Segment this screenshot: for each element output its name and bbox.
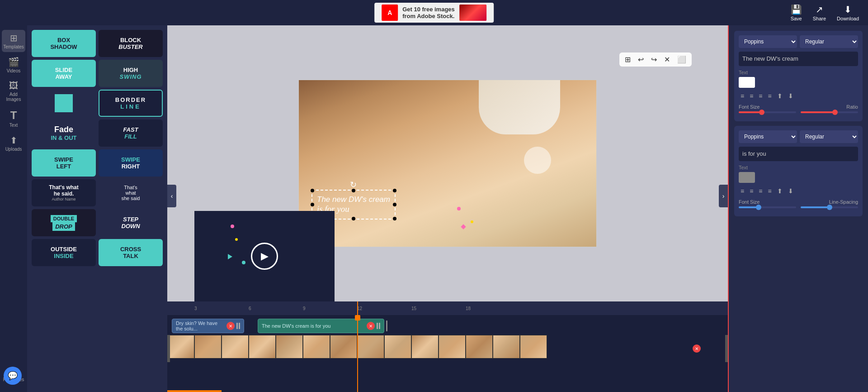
- text-label-1: Text: [739, 70, 858, 75]
- template-slide-away[interactable]: SLIDE AWAY: [32, 60, 96, 87]
- resize-handle-tl[interactable]: [311, 189, 314, 192]
- align-center-button-1[interactable]: ≡: [748, 91, 755, 100]
- resize-handle-tm[interactable]: [352, 189, 355, 192]
- playhead[interactable]: [357, 315, 358, 392]
- template-thats-what-she-said[interactable]: That's what she said: [99, 179, 163, 206]
- valign-bottom-button-2[interactable]: ⬇: [786, 186, 795, 196]
- top-bar-right: 💾 Save ↗ Share ⬇ Download: [791, 4, 868, 21]
- fullscreen-button[interactable]: ⬜: [675, 54, 688, 65]
- collapse-right-button[interactable]: ›: [719, 185, 728, 207]
- template-swipe-right[interactable]: SWIPE RIGHT: [99, 149, 163, 177]
- font-family-select-2[interactable]: Poppins: [739, 130, 797, 143]
- ratio-slider-1[interactable]: [801, 111, 858, 117]
- add-images-icon: 🖼: [9, 81, 18, 91]
- font-size-slider-1[interactable]: [739, 111, 796, 117]
- video-track: ✕: [167, 335, 728, 362]
- resize-handle-bm[interactable]: [352, 217, 355, 220]
- text-icon: T: [10, 109, 17, 122]
- top-bar-center: A Get 10 free imagesfrom Adobe Stock.: [374, 3, 494, 23]
- chat-button[interactable]: 💬: [4, 367, 22, 385]
- resize-handle-tr[interactable]: [393, 189, 396, 192]
- color-swatch-1[interactable]: [739, 77, 755, 88]
- template-step-down[interactable]: STEP DOWN: [99, 209, 163, 236]
- valign-top-button-2[interactable]: ⬆: [775, 186, 784, 196]
- template-fast-fill[interactable]: FAST FILL: [99, 120, 163, 147]
- videos-icon: 🎬: [8, 57, 19, 67]
- clip2-close-button[interactable]: ✕: [367, 322, 375, 330]
- align-justify-button-1[interactable]: ≡: [766, 91, 774, 100]
- clip1-close-button[interactable]: ✕: [226, 322, 235, 330]
- align-justify-button-2[interactable]: ≡: [766, 186, 774, 196]
- font-family-select-1[interactable]: Poppins: [739, 35, 797, 48]
- timeline-progress-bar: [167, 390, 222, 392]
- sidebar-item-uploads[interactable]: ⬆ Uploads: [2, 132, 25, 154]
- share-button[interactable]: ↗ Share: [813, 4, 826, 21]
- resize-handle-br[interactable]: [393, 217, 396, 220]
- canvas: ↻ The new DW's cream is for you: [298, 80, 597, 247]
- color-swatch-2[interactable]: [739, 172, 755, 183]
- playhead-ruler: [357, 301, 358, 315]
- download-button[interactable]: ⬇ Download: [837, 4, 859, 21]
- text-clip-2[interactable]: The new DW's cream is for you ✕: [258, 319, 384, 333]
- adobe-image: [459, 5, 486, 21]
- vid-thumb-14: [520, 335, 547, 359]
- line-spacing-slider-2[interactable]: [801, 206, 858, 212]
- square-element: [55, 94, 73, 112]
- ruler-mark-9: 9: [303, 306, 306, 311]
- template-block-buster[interactable]: BLOCK BUSTER: [99, 30, 163, 57]
- dot-yellow-1: [471, 220, 473, 223]
- template-border-line[interactable]: BORDER LINE: [99, 90, 163, 117]
- towel-element: [479, 80, 560, 134]
- template-box-shadow[interactable]: BOX SHADOW: [32, 30, 96, 57]
- template-outside-inside[interactable]: OUTSIDE INSIDE: [32, 239, 96, 266]
- undo-button[interactable]: ↩: [636, 54, 646, 65]
- template-fade-in-out[interactable]: Fade IN & OUT: [32, 120, 96, 147]
- text-input-1[interactable]: The new DW's cream: [739, 52, 858, 66]
- font-style-select-2[interactable]: Regular: [800, 130, 858, 143]
- save-button[interactable]: 💾 Save: [791, 4, 802, 21]
- template-cross-talk[interactable]: CROSS TALK: [99, 239, 163, 266]
- adobe-banner[interactable]: A Get 10 free imagesfrom Adobe Stock.: [374, 3, 494, 23]
- sliders-row-2: [739, 206, 858, 212]
- resize-handle-mr[interactable]: [393, 203, 396, 206]
- text-input-2[interactable]: is for you: [739, 147, 858, 161]
- close-button[interactable]: ✕: [662, 54, 672, 65]
- dot-teal-1: [242, 261, 245, 264]
- align-center-button-2[interactable]: ≡: [748, 186, 755, 196]
- template-double-drop[interactable]: DOUBLE DROP: [32, 209, 96, 236]
- play-button[interactable]: ▶: [251, 243, 278, 270]
- template-high-swing[interactable]: HIGH SWING: [99, 60, 163, 87]
- track-handle-right[interactable]: [725, 335, 728, 362]
- valign-top-button-1[interactable]: ⬆: [775, 91, 784, 100]
- grid-view-button[interactable]: ⊞: [623, 54, 632, 65]
- template-swipe-left[interactable]: SWIPE LEFT: [32, 149, 96, 177]
- timeline-ruler: 3 6 9 12 15 18: [167, 301, 728, 315]
- align-right-button-2[interactable]: ≡: [757, 186, 764, 196]
- collapse-left-button[interactable]: ‹: [167, 185, 176, 207]
- adobe-text: Get 10 free imagesfrom Adobe Stock.: [402, 6, 455, 19]
- font-style-select-1[interactable]: Regular: [800, 35, 858, 48]
- canvas-toolbar: ⊞ ↩ ↪ ✕ ⬜: [619, 53, 692, 67]
- align-left-button-2[interactable]: ≡: [739, 186, 746, 196]
- text-clip-1[interactable]: Dry skin? We have the solu... ✕: [172, 319, 244, 333]
- template-grid: BOX SHADOW BLOCK BUSTER SLIDE AWAY HIGH …: [32, 30, 163, 266]
- align-left-button-1[interactable]: ≡: [739, 91, 746, 100]
- video-close-button[interactable]: ✕: [693, 344, 701, 353]
- valign-bottom-button-1[interactable]: ⬇: [786, 91, 795, 100]
- template-square[interactable]: [32, 90, 96, 117]
- sidebar-item-text[interactable]: T Text: [2, 106, 25, 130]
- sidebar-item-templates[interactable]: ⊞ Templates: [2, 30, 25, 52]
- rotate-handle[interactable]: ↻: [350, 180, 357, 190]
- templates-panel: BOX SHADOW BLOCK BUSTER SLIDE AWAY HIGH …: [27, 25, 167, 392]
- track-handle-left[interactable]: [167, 335, 170, 362]
- sidebar-item-videos[interactable]: 🎬 Videos: [2, 54, 25, 76]
- align-right-button-1[interactable]: ≡: [757, 91, 764, 100]
- text-label-2: Text: [739, 165, 858, 170]
- redo-button[interactable]: ↪: [649, 54, 659, 65]
- sidebar-item-add-images[interactable]: 🖼 Add Images: [2, 78, 25, 105]
- vid-thumb-7: [330, 335, 357, 359]
- resize-handle-ml[interactable]: [311, 203, 314, 206]
- left-sidebar: ⊞ Templates 🎬 Videos 🖼 Add Images T Text…: [0, 25, 27, 392]
- font-size-slider-2[interactable]: [739, 206, 796, 212]
- template-thats-what-he-said[interactable]: That's what he said. Author Name: [32, 179, 96, 206]
